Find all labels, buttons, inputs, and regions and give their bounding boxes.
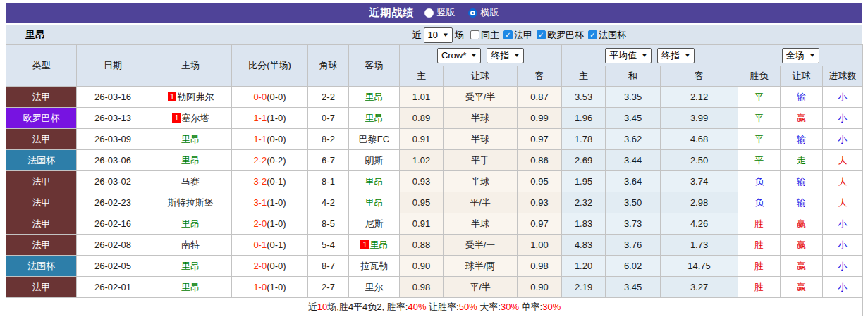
odds-stage-select[interactable]: 终指 ▼ [487, 48, 524, 63]
result-wdl-cell: 胜 [738, 213, 781, 235]
checkbox-同主[interactable] [470, 30, 479, 39]
odds-away-cell: 0.97 [518, 129, 562, 150]
full-match-select[interactable]: 全场 ▼ [782, 48, 819, 63]
summary-row: 近10场,胜4平4负2, 胜率:40% 让胜率:50% 大率:30% 单率:30… [6, 298, 863, 316]
corners-cell: 5-4 [308, 235, 349, 256]
layout-radio-group: 竖版横版 [424, 6, 499, 19]
chevron-down-icon: ▼ [513, 52, 520, 58]
checkbox-法甲[interactable]: ✓ [503, 30, 513, 39]
score-cell: 0-0(0-0) [232, 87, 308, 108]
avg-home-cell: 3.53 [562, 87, 606, 108]
date-cell: 26-03-09 [77, 129, 149, 150]
result-handicap-cell: 赢 [781, 108, 823, 129]
odds-handicap-cell: 平/半 [444, 277, 518, 298]
halftime-score: (1-0) [267, 282, 286, 292]
date-cell: 26-02-23 [77, 192, 149, 213]
summary-segment: 近 [308, 302, 317, 312]
away-team-cell: 拉瓦勒 [349, 256, 400, 277]
radio-label: 横版 [481, 6, 499, 19]
away-team-cell: 尼斯 [349, 213, 400, 235]
corners-cell: 8-7 [308, 256, 349, 277]
checkbox-label: 法国杯 [599, 29, 626, 42]
score-cell: 0-1(0-1) [232, 235, 308, 256]
team-label: 里昂 [370, 240, 389, 250]
avg-stage-select[interactable]: 终指 ▼ [657, 48, 695, 63]
avg-stage-select-value: 终指 [661, 49, 680, 62]
avg-away-cell: 14.75 [661, 256, 738, 277]
odds-away-cell: 0.87 [518, 87, 562, 108]
avg-draw-cell: 3.44 [606, 150, 661, 171]
bookmaker-select[interactable]: Crow* ▼ [437, 48, 481, 63]
halftime-score: (0-2) [267, 155, 286, 166]
chevron-down-icon: ▼ [684, 52, 691, 58]
result-wdl-cell: 负 [738, 192, 781, 213]
checkbox-欧罗巴杯[interactable]: ✓ [537, 30, 546, 39]
result-wdl-cell: 胜 [738, 277, 781, 298]
away-team-cell: 1里昂 [349, 235, 400, 256]
avg-away-cell: 3.27 [661, 277, 738, 298]
corners-cell: 2-7 [308, 277, 349, 298]
league-cell: 法甲 [6, 277, 77, 298]
results-body: 法甲26-03-161勒阿弗尔0-0(0-0)2-2里昂1.01受平/半0.87… [6, 87, 863, 298]
league-cell: 欧罗巴杯 [6, 108, 77, 129]
home-team-cell: 里昂 [149, 213, 232, 235]
home-team-cell: 1塞尔塔 [149, 108, 232, 129]
summary-segment: 30% [542, 302, 561, 312]
recent-count-select[interactable]: 10 ▼ [424, 27, 453, 43]
result-handicap-cell: 输 [781, 129, 823, 150]
result-handicap-cell: 赢 [781, 277, 823, 298]
result-handicap-cell: 赢 [781, 256, 823, 277]
page-title: 近期战绩 [369, 6, 415, 20]
avg-away-cell: 4.68 [661, 129, 738, 150]
avg-select[interactable]: 平均值 ▼ [605, 48, 652, 63]
radio-label: 竖版 [437, 6, 456, 19]
odds-away-cell: 0.95 [518, 171, 562, 192]
team-label: 里昂 [365, 92, 384, 102]
home-team-cell: 1勒阿弗尔 [149, 87, 232, 108]
corners-cell: 8-5 [308, 213, 349, 235]
team-label: 里昂 [365, 176, 384, 187]
home-team-cell: 斯特拉斯堡 [149, 192, 232, 213]
full-match-select-value: 全场 [786, 49, 805, 62]
summary-segment: 大率: [477, 302, 501, 312]
result-goals-cell: 小 [823, 235, 863, 256]
fulltime-score: 2-2 [253, 155, 267, 166]
subcol-result-handicap: 让球 [781, 66, 823, 87]
odds-handicap-cell: 平手 [444, 150, 518, 171]
league-cell: 法甲 [6, 235, 77, 256]
result-goals-cell: 小 [823, 256, 863, 277]
avg-home-cell: 2.19 [562, 277, 606, 298]
chevron-down-icon: ▼ [641, 52, 648, 58]
games-label: 场 [455, 29, 464, 42]
odds-home-cell: 0.93 [400, 171, 444, 192]
result-goals-cell: 小 [823, 213, 863, 235]
odds-handicap-cell: 半球 [444, 108, 518, 129]
checkbox-法国杯[interactable]: ✓ [588, 30, 597, 39]
avg-away-cell: 2.50 [661, 150, 738, 171]
team-label: 朗斯 [365, 155, 384, 166]
odds-home-cell: 0.90 [400, 256, 444, 277]
odds-away-cell: 0.99 [518, 108, 562, 129]
radio-horizontal[interactable]: 横版 [468, 6, 499, 19]
radio-vertical[interactable]: 竖版 [424, 6, 456, 19]
halftime-score: (0-0) [267, 134, 286, 144]
odds-handicap-cell: 受半/一 [444, 235, 518, 256]
avg-odds-group: 平均值 ▼ 终指 ▼ [562, 45, 738, 66]
subcol-avg-draw: 和 [606, 66, 661, 87]
avg-away-cell: 2.98 [661, 192, 738, 213]
team-label: 勒阿弗尔 [177, 92, 214, 102]
corners-cell: 2-2 [308, 87, 349, 108]
card-badge: 1 [168, 92, 176, 101]
odds-stage-select-value: 终指 [491, 49, 509, 62]
subcol-avg-home: 主 [562, 66, 606, 87]
league-cell: 法甲 [6, 213, 77, 235]
table-row: 欧罗巴杯26-03-131塞尔塔1-1(1-0)0-7里昂0.89半球0.991… [6, 108, 863, 129]
result-goals-cell: 小 [823, 87, 863, 108]
recent-count-value: 10 [428, 30, 438, 40]
subcol-odds-handicap: 让球 [444, 66, 518, 87]
score-cell: 2-0(1-0) [232, 213, 308, 235]
home-team-cell: 马赛 [149, 171, 232, 192]
home-team-cell: 南特 [149, 235, 232, 256]
odds-home-cell: 1.02 [400, 150, 444, 171]
fulltime-score: 3-2 [253, 176, 267, 187]
